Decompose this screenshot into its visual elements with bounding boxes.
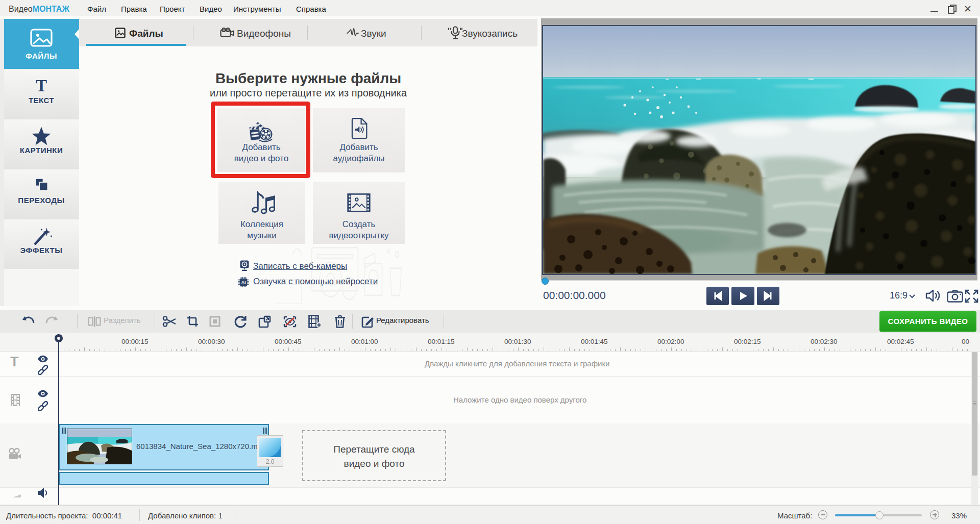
- svg-text:ПЕРЕХОДЫ: ПЕРЕХОДЫ: [18, 196, 64, 205]
- svg-text:T: T: [36, 77, 47, 95]
- svg-text:КАРТИНКИ: КАРТИНКИ: [20, 146, 63, 155]
- svg-text:ЭФФЕКТЫ: ЭФФЕКТЫ: [20, 246, 63, 255]
- svg-text:ТЕКСТ: ТЕКСТ: [29, 96, 54, 105]
- svg-text:AI: AI: [241, 280, 246, 285]
- svg-text:ФАЙЛЫ: ФАЙЛЫ: [26, 52, 57, 60]
